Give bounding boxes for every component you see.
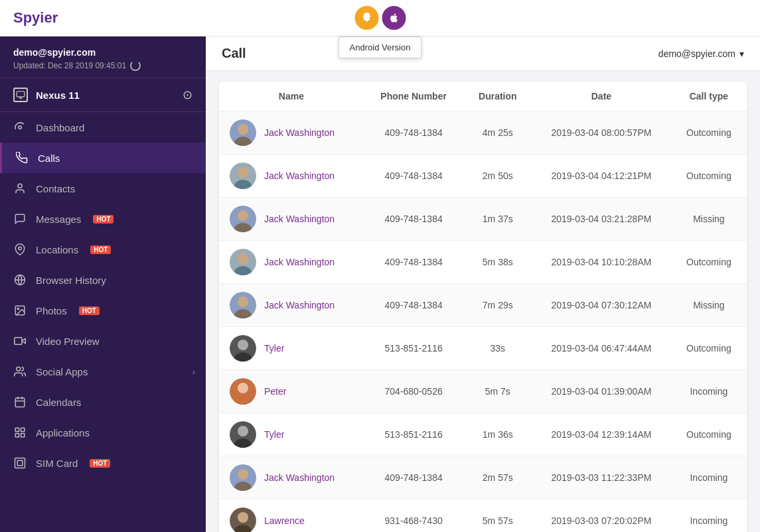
location-icon	[13, 243, 27, 256]
photo-icon	[13, 304, 27, 317]
sidebar-item-locations[interactable]: Locations HOT	[0, 234, 206, 265]
phone-number: 409-748-1384	[364, 284, 464, 327]
nav-label-dashboard: Dashboard	[36, 122, 84, 133]
avatar	[230, 206, 256, 232]
duration: 5m 7s	[464, 370, 532, 413]
table-row[interactable]: Lawrence 931-468-7430 5m 57s 2019-03-03 …	[219, 499, 747, 533]
svg-point-3	[19, 126, 22, 129]
svg-point-29	[238, 210, 248, 221]
apple-device-button[interactable]	[382, 6, 406, 30]
phone-number: 513-851-2116	[364, 413, 464, 456]
sidebar-item-social-apps[interactable]: Social Apps ›	[0, 356, 206, 387]
phone-number: 931-468-7430	[364, 499, 464, 533]
duration: 2m 57s	[464, 456, 532, 499]
svg-point-44	[238, 426, 248, 436]
call-type: Outcoming	[671, 327, 747, 370]
user-menu-email: demo@spyier.com	[658, 48, 735, 59]
call-type: Outcoming	[671, 241, 747, 284]
avatar	[230, 249, 256, 275]
svg-rect-18	[21, 428, 25, 431]
contact-cell: Jack Washington	[219, 198, 364, 241]
contact-cell: Jack Washington	[219, 155, 364, 198]
nav-label-messages: Messages	[36, 214, 81, 225]
col-duration: Duration	[464, 82, 532, 111]
user-menu[interactable]: demo@spyier.com ▾	[658, 48, 744, 59]
device-screen-icon	[13, 88, 28, 102]
table-row[interactable]: Peter 704-680-0526 5m 7s 2019-03-04 01:3…	[219, 370, 747, 413]
svg-point-32	[238, 253, 248, 264]
android-icon	[360, 12, 372, 24]
svg-rect-20	[15, 434, 19, 437]
svg-rect-13	[15, 398, 25, 407]
svg-point-9	[17, 308, 19, 309]
svg-point-5	[19, 247, 22, 250]
contact-cell: Jack Washington	[219, 111, 364, 155]
phone-number: 409-748-1384	[364, 155, 464, 198]
table-row[interactable]: Jack Washington 409-748-1384 1m 37s 2019…	[219, 198, 747, 241]
sidebar-updated: Updated: Dec 28 2019 09:45:01	[13, 60, 192, 71]
date: 2019-03-04 12:39:14AM	[532, 413, 671, 456]
table-row[interactable]: Jack Washington 409-748-1384 7m 29s 2019…	[219, 284, 747, 327]
nav-label-browser-history: Browser History	[36, 275, 106, 286]
phone-number: 409-748-1384	[364, 198, 464, 241]
contact-cell: Tyler	[219, 327, 364, 370]
hot-badge: HOT	[79, 306, 100, 315]
table-row[interactable]: Jack Washington 409-748-1384 2m 50s 2019…	[219, 155, 747, 198]
date: 2019-03-04 01:39:00AM	[532, 370, 671, 413]
duration: 33s	[464, 327, 532, 370]
date: 2019-03-04 06:47:44AM	[532, 327, 671, 370]
phone-number: 409-748-1384	[364, 241, 464, 284]
avatar	[230, 507, 256, 532]
svg-point-4	[18, 184, 22, 188]
table-row[interactable]: Jack Washington 409-748-1384 2m 57s 2019…	[219, 456, 747, 499]
sidebar-item-browser-history[interactable]: Browser History	[0, 265, 206, 295]
refresh-icon[interactable]	[130, 60, 141, 71]
contact-name: Jack Washington	[264, 214, 335, 224]
phone-number: 704-680-0526	[364, 370, 464, 413]
sidebar-item-calls[interactable]: Calls	[0, 143, 206, 173]
table-row[interactable]: Jack Washington 409-748-1384 4m 25s 2019…	[219, 111, 747, 155]
date: 2019-03-04 08:00:57PM	[532, 111, 671, 155]
svg-rect-19	[21, 434, 25, 437]
sidebar-item-calendars[interactable]: Calendars	[0, 387, 206, 417]
sidebar-item-applications[interactable]: Applications	[0, 417, 206, 448]
sidebar-item-contacts[interactable]: Contacts	[0, 173, 206, 204]
contact-cell: Lawrence	[219, 499, 364, 533]
table-row[interactable]: Jack Washington 409-748-1384 5m 38s 2019…	[219, 241, 747, 284]
date: 2019-03-03 07:20:02PM	[532, 499, 671, 533]
sidebar-device[interactable]: Nexus 11 ⊙	[0, 78, 206, 112]
avatar	[230, 163, 256, 189]
sidebar-item-sim-card[interactable]: SIM Card HOT	[0, 448, 206, 478]
duration: 2m 50s	[464, 155, 532, 198]
nav-menu: Dashboard Calls Contacts Messages HOT Lo…	[0, 112, 206, 478]
avatar	[230, 378, 256, 405]
sidebar-item-video-preview[interactable]: Video Preview	[0, 326, 206, 356]
contact-cell: Jack Washington	[219, 456, 364, 499]
hot-badge: HOT	[93, 215, 114, 224]
contact-name: Jack Washington	[264, 472, 335, 483]
svg-point-26	[238, 167, 248, 178]
main-layout: demo@spyier.com Updated: Dec 28 2019 09:…	[0, 36, 760, 532]
table-row[interactable]: Tyler 513-851-2116 1m 36s 2019-03-04 12:…	[219, 413, 747, 456]
table-header: Name Phone Number Duration Date Call typ…	[219, 82, 747, 111]
date: 2019-03-04 10:10:28AM	[532, 241, 671, 284]
contact-cell: Tyler	[219, 413, 364, 456]
android-device-button[interactable]	[354, 6, 378, 30]
sidebar-item-messages[interactable]: Messages HOT	[0, 204, 206, 234]
calls-table-body: Jack Washington 409-748-1384 4m 25s 2019…	[219, 111, 747, 533]
contact-name: Tyler	[264, 429, 284, 440]
device-chevron-icon: ⊙	[183, 88, 192, 102]
sidebar-item-dashboard[interactable]: Dashboard	[0, 112, 206, 143]
table-row[interactable]: Tyler 513-851-2116 33s 2019-03-04 06:47:…	[219, 327, 747, 370]
content-header: Call demo@spyier.com ▾	[206, 36, 760, 71]
message-icon	[13, 212, 27, 226]
nav-label-social-apps: Social Apps	[36, 366, 88, 377]
calendar-icon	[13, 395, 27, 409]
contact-cell: Jack Washington	[219, 241, 364, 284]
nav-label-applications: Applications	[36, 427, 90, 438]
apps-icon	[13, 426, 27, 439]
phone-icon	[15, 151, 29, 165]
sidebar-item-photos[interactable]: Photos HOT	[0, 295, 206, 326]
sidebar: demo@spyier.com Updated: Dec 28 2019 09:…	[0, 36, 206, 532]
contact-cell: Jack Washington	[219, 284, 364, 327]
